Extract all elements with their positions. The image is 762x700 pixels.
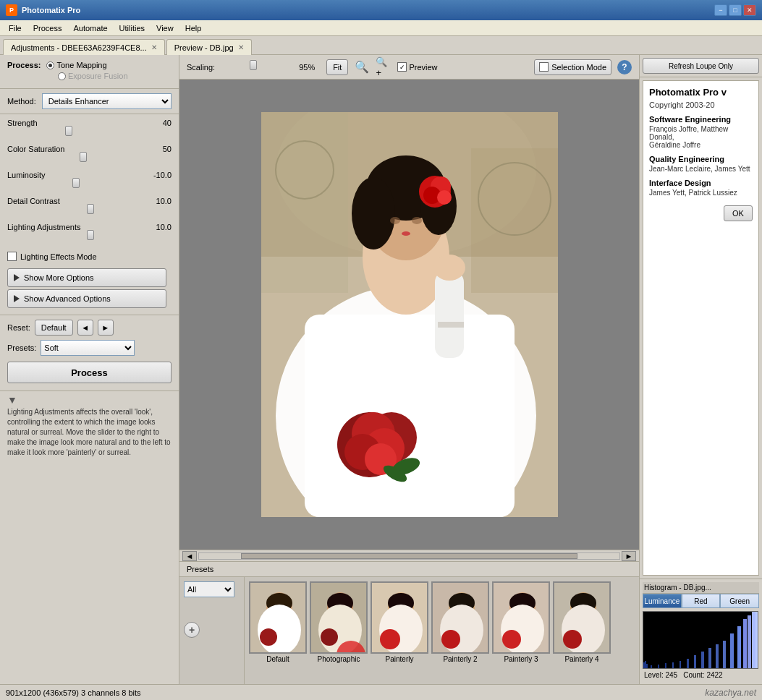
horizontal-scrollbar[interactable]: ◄ ► [179,550,639,561]
exposure-fusion-option[interactable]: Exposure Fusion [58,72,128,80]
color-saturation-label: Color Saturation [7,145,65,153]
status-text: 901x1200 (436x579) 3 channels 8 bits [6,688,141,697]
preset-painterly[interactable]: Painterly [371,581,428,663]
svg-rect-73 [694,655,696,669]
luminance-tab[interactable]: Luminance [643,594,682,608]
exposure-fusion-radio[interactable] [58,72,66,80]
preset-painterly2[interactable]: Painterly 2 [431,581,489,663]
svg-rect-71 [680,661,681,669]
tab-close-0[interactable]: ✕ [151,43,157,51]
close-button[interactable]: ✕ [743,4,756,16]
menu-item-automate[interactable]: Automate [67,22,113,34]
undo-button[interactable]: ◄ [77,320,93,336]
svg-rect-76 [716,644,719,669]
scaling-label: Scaling: [187,63,215,72]
fit-button[interactable]: Fit [326,59,348,75]
selection-mode-checkbox[interactable] [539,62,549,72]
histogram-panel: Histogram - DB.jpg... Luminance Red Gree… [640,579,762,684]
svg-rect-63 [643,612,758,669]
detail-contrast-slider-row: Detail Contrast 10.0 [7,197,172,215]
minimize-button[interactable]: − [714,4,727,16]
scroll-thumb[interactable] [241,553,577,559]
tip-text: Lighting Adjustments affects the overall… [7,407,172,458]
quality-engineering-text: Jean-Marc Leclaire, James Yett [649,165,753,173]
lighting-effects-checkbox[interactable] [7,252,17,261]
tab-close-1[interactable]: ✕ [238,43,244,51]
toolbar: Scaling: 95% Fit 🔍 🔍+ ✓ Preview Selectio… [179,55,639,80]
about-copyright: Copyright 2003-20 [649,101,753,109]
preset-painterly4[interactable]: Painterly 4 [553,581,611,663]
preview-checkbox[interactable]: ✓ [397,62,407,72]
tab-1[interactable]: Preview - DB.jpg✕ [166,39,252,55]
show-advanced-options-button[interactable]: Show Advanced Options [7,289,166,308]
svg-point-18 [433,255,465,281]
scroll-track[interactable] [198,552,620,560]
lighting-adjustments-label: Lighting Adjustments [7,223,81,231]
tone-mapping-radio[interactable] [46,61,54,69]
about-title: Photomatix Pro v [649,87,753,98]
zoom-in-button[interactable]: 🔍+ [376,59,391,75]
svg-rect-78 [730,633,734,669]
preset-painterly-name: Painterly [386,655,414,663]
scaling-value: 95% [299,63,321,72]
preview-check[interactable]: ✓ Preview [397,62,437,72]
about-ok-button[interactable]: OK [724,205,753,221]
svg-point-57 [502,630,521,649]
show-more-options-button[interactable]: Show More Options [7,268,166,287]
interface-design-section: Interface Design James Yett, Patrick Lus… [649,179,753,197]
presets-filter-select[interactable]: All [184,581,234,597]
menu-item-help[interactable]: Help [179,22,208,34]
right-panel: Refresh Loupe Only Photomatix Pro v Copy… [639,55,762,684]
center-panel: Scaling: 95% Fit 🔍 🔍+ ✓ Preview Selectio… [179,55,639,684]
svg-rect-81 [748,615,751,669]
menu-item-process[interactable]: Process [27,22,68,34]
menubar: FileProcessAutomateUtilitiesViewHelp [0,20,762,36]
default-button[interactable]: Default [35,320,73,336]
luminosity-slider[interactable] [7,182,159,188]
preset-photographic[interactable]: Photographic [310,581,368,663]
help-button[interactable]: ? [617,60,632,74]
strength-slider[interactable] [7,130,159,136]
presets-select[interactable]: Soft Default Photographic Painterly [41,340,135,356]
lighting-effects-label: Lighting Effects Mode [20,252,97,261]
presets-bar: Presets All + De [179,561,639,684]
svg-rect-17 [435,271,464,358]
preset-painterly3[interactable]: Painterly 3 [492,581,550,663]
buttons-section: Reset: Default ◄ ► Presets: Soft Default… [0,315,179,390]
reset-row: Reset: Default ◄ ► [7,320,172,336]
redo-button[interactable]: ► [98,320,114,336]
preset-default[interactable]: Default [249,581,307,663]
tab-0[interactable]: Adjustments - DBEE63A6239F4CE8...✕ [3,39,165,55]
svg-point-47 [380,629,400,649]
refresh-loupe-button[interactable]: Refresh Loupe Only [643,58,759,74]
method-select[interactable]: Details Enhancer Tone Compressor Gamma C… [42,93,172,109]
color-saturation-slider[interactable] [7,156,159,162]
green-tab[interactable]: Green [720,594,759,608]
maximize-button[interactable]: □ [729,4,742,16]
scroll-left-btn[interactable]: ◄ [182,551,197,561]
histogram-tabs: Luminance Red Green [643,594,759,608]
process-button[interactable]: Process [7,362,172,383]
detail-contrast-slider[interactable] [7,208,159,214]
menu-item-view[interactable]: View [151,22,179,34]
presets-filter: All + [179,577,245,684]
svg-rect-64 [643,662,645,669]
menu-item-utilities[interactable]: Utilities [114,22,151,34]
tone-mapping-option[interactable]: Tone Mapping [46,61,106,69]
scaling-slider[interactable] [221,61,293,73]
tip-arrow[interactable]: ▼ [7,394,172,406]
histogram-info: Level: 245 Count: 2422 [643,669,759,681]
presets-bar-header: Presets [179,562,639,577]
scroll-right-btn[interactable]: ► [622,551,636,561]
tone-mapping-label: Tone Mapping [56,61,106,69]
selection-mode-button[interactable]: Selection Mode [534,59,611,75]
show-more-options-label: Show More Options [24,273,94,282]
process-label: Process: [7,61,41,69]
add-preset-button[interactable]: + [184,622,200,638]
red-tab[interactable]: Red [682,594,721,608]
lighting-adjustments-slider[interactable] [7,234,159,240]
menu-item-file[interactable]: File [3,22,27,34]
strength-slider-row: Strength 40 [7,119,172,137]
zoom-out-button[interactable]: 🔍 [354,59,370,75]
lighting-adjustments-slider-row: Lighting Adjustments 10.0 [7,223,172,242]
